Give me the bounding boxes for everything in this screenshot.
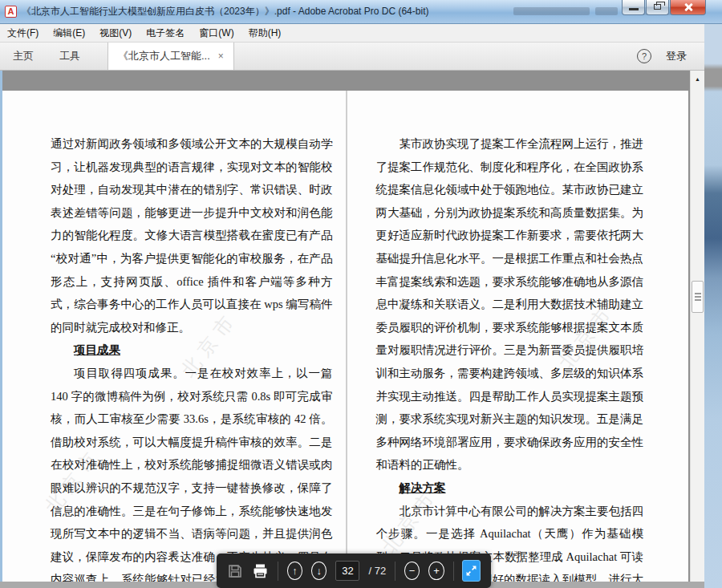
zoom-in-button[interactable]: + [428, 562, 444, 580]
previous-page-button[interactable]: ↑ [287, 562, 302, 580]
toolbar-divider [278, 562, 278, 581]
window-title: 《北京市人工智能行业大模型创新应用白皮书（2023年）》.pdf - Adobe… [22, 5, 428, 18]
expand-icon [464, 564, 478, 578]
save-icon[interactable] [227, 562, 243, 580]
menu-esign[interactable]: 电子签名 [139, 24, 192, 43]
menu-bar: 文件(F) 编辑(E) 视图(V) 电子签名 窗口(W) 帮助(H) [0, 24, 704, 43]
close-icon [683, 2, 694, 13]
tab-home[interactable]: 主页 [0, 43, 47, 70]
vertical-scrollbar[interactable]: ▲ [690, 71, 704, 582]
menu-help[interactable]: 帮助(H) [241, 24, 289, 43]
tab-close-icon[interactable]: × [218, 51, 224, 62]
tab-document[interactable]: 《北京市人工智能... × [107, 43, 234, 70]
background-window-edge [0, 71, 2, 588]
background-window-title [595, 7, 618, 15]
tab-bar: 主页 工具 《北京市人工智能... × ? 登录 [0, 43, 704, 71]
sign-in-button[interactable]: 登录 [666, 49, 687, 63]
menu-view[interactable]: 视图(V) [92, 24, 139, 43]
acrobat-app-icon: A [5, 6, 17, 18]
tab-tools[interactable]: 工具 [47, 43, 93, 70]
menu-edit[interactable]: 编辑(E) [46, 24, 92, 43]
page-total-label: / 72 [368, 565, 386, 577]
help-icon[interactable]: ? [637, 49, 651, 63]
print-icon[interactable] [252, 562, 269, 580]
paragraph: 某市政协实现了提案工作全流程网上运行，推进了提案工作规范化、制度化和程序化，在全… [376, 132, 644, 476]
pdf-spread: 北京市 北京市 通过对新闻政务领域和多领域公开文本的大规模自动学习，让机器发现典… [2, 91, 688, 582]
title-bar: A 《北京市人工智能行业大模型创新应用白皮书（2023年）》.pdf - Ado… [0, 0, 722, 24]
pdf-page-28: 北京市 北京市 某市政协实现了提案工作全流程网上运行，推进了提案工作规范化、制度… [346, 91, 689, 582]
window-controls [621, 0, 706, 15]
restore-icon [654, 4, 661, 10]
minimize-button[interactable] [622, 0, 645, 15]
tab-document-label: 《北京市人工智能... [118, 49, 210, 63]
zoom-out-button[interactable]: − [404, 562, 420, 580]
close-button[interactable] [670, 0, 706, 15]
background-window-title [513, 7, 590, 15]
pdf-page-27: 北京市 北京市 通过对新闻政务领域和多领域公开文本的大规模自动学习，让机器发现典… [2, 91, 346, 582]
minimize-icon [629, 8, 639, 10]
toolbar-divider [453, 562, 454, 581]
menu-window[interactable]: 窗口(W) [192, 24, 241, 43]
next-page-button[interactable]: ↓ [311, 562, 327, 580]
floating-toolbar: ↑ ↓ 32 / 72 − + [217, 554, 491, 588]
scroll-up-icon[interactable]: ▲ [691, 72, 704, 85]
toolbar-divider [395, 562, 395, 581]
section-heading: 项目成果 [51, 339, 333, 362]
page-number-input[interactable]: 32 [335, 561, 359, 581]
fullscreen-toggle-button[interactable] [462, 560, 481, 582]
paragraph: 项目取得四项成果。一是在校对效率上，以一篇 140 字的微博稿件为例，校对系统只… [51, 362, 333, 582]
menu-file[interactable]: 文件(F) [0, 24, 46, 43]
background-window-edge [704, 24, 722, 588]
restore-button[interactable] [646, 0, 669, 15]
scrollbar-thumb[interactable] [692, 281, 704, 313]
acrobat-window: A 《北京市人工智能行业大模型创新应用白皮书（2023年）》.pdf - Ado… [0, 0, 722, 588]
section-heading: 解决方案 [376, 476, 644, 500]
paragraph: 通过对新闻政务领域和多领域公开文本的大规模自动学习，让机器发现典型的语言规律，实… [51, 132, 333, 339]
